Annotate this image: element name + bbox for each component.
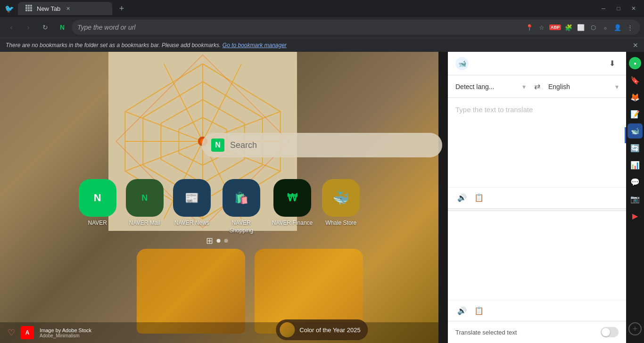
app-label-naver-shopping: NAVER Shopping <box>220 220 263 234</box>
search-placeholder: Search <box>230 140 257 150</box>
n-button[interactable]: N <box>55 20 70 35</box>
refresh-button[interactable]: ↻ <box>38 20 53 35</box>
target-lang-chevron: ▾ <box>615 83 619 90</box>
translate-output-area <box>448 211 626 300</box>
target-lang-label: English <box>548 83 570 90</box>
abp-badge[interactable]: ABP <box>549 24 561 30</box>
profile-icon[interactable]: 👤 <box>613 23 622 32</box>
close-button[interactable]: ✕ <box>627 2 640 15</box>
minimize-button[interactable]: ─ <box>597 2 610 15</box>
translate-selected-label: Translate selected text <box>455 329 597 336</box>
bookmarks-icon[interactable]: 🔖 <box>627 73 643 88</box>
app-icons-row: N NAVER N NAVER Mail 📰 NAVER News 🛍️ NAV… <box>47 179 391 234</box>
app-label-naver-finance: NAVER Finance <box>272 220 313 227</box>
twitter-icon: 🐦 <box>4 3 15 14</box>
copy-icon[interactable]: 📋 <box>472 191 486 204</box>
tab-close-button[interactable]: ✕ <box>64 5 72 12</box>
sidebar-icon[interactable]: ⬦ <box>601 23 610 32</box>
location-icon[interactable]: 📍 <box>525 23 534 32</box>
speaker-icon[interactable]: 🔊 <box>455 191 469 204</box>
bookmark-manager-link[interactable]: Go to bookmark manager <box>223 42 287 49</box>
app-icon-naver-shopping[interactable]: 🛍️ NAVER Shopping <box>220 179 263 234</box>
star-icon[interactable]: ☆ <box>537 23 546 32</box>
whale-sync-icon[interactable]: 🔄 <box>627 140 643 155</box>
source-language-selector[interactable]: Detect lang... ▾ <box>455 83 526 90</box>
chat-icon[interactable]: 💬 <box>627 174 643 189</box>
page-dot-2[interactable] <box>224 239 228 243</box>
output-copy-icon[interactable]: 📋 <box>472 304 486 317</box>
svg-text:🐋: 🐋 <box>458 60 467 68</box>
page-dot-1[interactable] <box>217 239 221 243</box>
address-bar[interactable]: Type the word or url 📍 ☆ ABP 🧩 ⬜ ⬡ ⬦ 👤 ⋮ <box>72 20 640 35</box>
add-extension-button[interactable]: + <box>628 322 642 335</box>
download-icon[interactable]: ⬇ <box>605 57 619 70</box>
translate-placeholder: Type the text to translate <box>455 106 533 114</box>
bookmark-bar: There are no bookmarks in the folder set… <box>0 38 644 52</box>
maximize-button[interactable]: □ <box>612 2 625 15</box>
bookmark-bar-close[interactable]: ✕ <box>633 41 638 49</box>
title-bar-left: 🐦 New Tab ✕ + <box>4 2 128 15</box>
pip-icon[interactable]: ⬜ <box>576 23 586 32</box>
search-container: N Search <box>202 133 442 157</box>
pocket-icon[interactable]: 🦊 <box>627 90 643 105</box>
chart-icon[interactable]: 📊 <box>627 157 643 172</box>
profile-circle-icon[interactable]: ● <box>627 56 643 71</box>
forward-button[interactable]: › <box>21 20 36 35</box>
search-bar[interactable]: N Search <box>202 133 442 157</box>
main-area: N Search N NAVER N NAVER Mail 📰 NAVER Ne… <box>0 52 644 343</box>
input-tools: 🔊 📋 <box>448 187 626 208</box>
translate-panel: 🐋 ⬇ Detect lang... ▾ ⇄ English ▾ Type th… <box>448 52 626 343</box>
address-text: Type the word or url <box>77 24 135 31</box>
color-year-icon <box>280 322 295 337</box>
app-label-naver-news: NAVER News <box>174 220 209 227</box>
back-button[interactable]: ‹ <box>4 20 19 35</box>
color-year-button[interactable]: Color of the Year 2025 <box>276 319 368 340</box>
image-credit: Image by Adobe Stock <box>40 327 91 333</box>
active-tab[interactable]: New Tab ✕ <box>18 2 112 15</box>
bottom-text: Image by Adobe Stock Adobe_Minimalism <box>40 327 91 338</box>
app-icon-naver-news[interactable]: 📰 NAVER News <box>173 179 211 234</box>
app-label-naver: NAVER <box>88 220 107 227</box>
right-icon-bar: ● 🔖 🦊 📝 🐋 🔄 📊 💬 📷 <box>626 52 644 343</box>
app-icon-naver[interactable]: N NAVER <box>79 179 116 234</box>
instagram-icon[interactable]: 📷 <box>627 191 643 206</box>
tab-label: New Tab <box>37 5 60 12</box>
title-bar-right: ─ □ ✕ <box>597 2 640 15</box>
heart-icon[interactable]: ♡ <box>8 327 15 338</box>
address-bar-icons: 📍 ☆ ABP 🧩 ⬜ ⬡ ⬦ 👤 ⋮ <box>525 23 635 32</box>
app-icon-naver-mail[interactable]: N NAVER Mail <box>126 179 164 234</box>
bottom-info-bar: ♡ A Image by Adobe Stock Adobe_Minimalis… <box>0 322 438 343</box>
collection-name: Adobe_Minimalism <box>40 333 91 338</box>
app-icon-naver-finance[interactable]: ₩ NAVER Finance <box>272 179 313 234</box>
sidebar-indicator <box>625 52 626 343</box>
menu-icon[interactable]: ⋮ <box>625 23 635 32</box>
screenshot-icon[interactable]: ⬡ <box>588 23 598 32</box>
couch-pillow-left <box>137 249 245 334</box>
translate-sidebar-icon[interactable]: 🐋 <box>627 123 643 139</box>
translate-selected-toggle[interactable] <box>601 327 619 337</box>
source-lang-label: Detect lang... <box>455 83 495 90</box>
extensions-icon[interactable]: 🧩 <box>564 23 573 32</box>
app-icon-whale-store[interactable]: 🐳 Whale Store <box>322 179 360 234</box>
output-speaker-icon[interactable]: 🔊 <box>455 304 469 317</box>
page-indicators: ⊞ <box>206 236 228 246</box>
translate-logo: 🐋 <box>455 57 469 70</box>
output-tools: 🔊 📋 <box>448 300 626 321</box>
title-bar: 🐦 New Tab ✕ + ─ □ ✕ <box>0 0 644 17</box>
target-language-selector[interactable]: English ▾ <box>548 83 619 90</box>
apps-grid-icon <box>25 5 33 12</box>
adobe-logo: A <box>21 326 34 339</box>
bookmark-bar-message: There are no bookmarks in the folder set… <box>6 42 287 49</box>
youtube-icon[interactable]: ▶ <box>627 208 643 223</box>
naver-search-logo: N <box>211 139 224 152</box>
new-tab-button[interactable]: + <box>115 2 128 15</box>
app-label-whale-store: Whale Store <box>325 220 356 227</box>
notes-icon[interactable]: 📝 <box>627 106 643 122</box>
translate-input-area[interactable]: Type the text to translate <box>448 98 626 187</box>
translate-footer: Translate selected text <box>448 321 626 343</box>
active-indicator <box>625 127 626 143</box>
nav-bar: ‹ › ↻ N Type the word or url 📍 ☆ ABP 🧩 ⬜… <box>0 17 644 38</box>
translate-header: 🐋 ⬇ <box>448 52 626 75</box>
swap-languages-button[interactable]: ⇄ <box>529 79 545 94</box>
app-label-naver-mail: NAVER Mail <box>129 220 160 227</box>
